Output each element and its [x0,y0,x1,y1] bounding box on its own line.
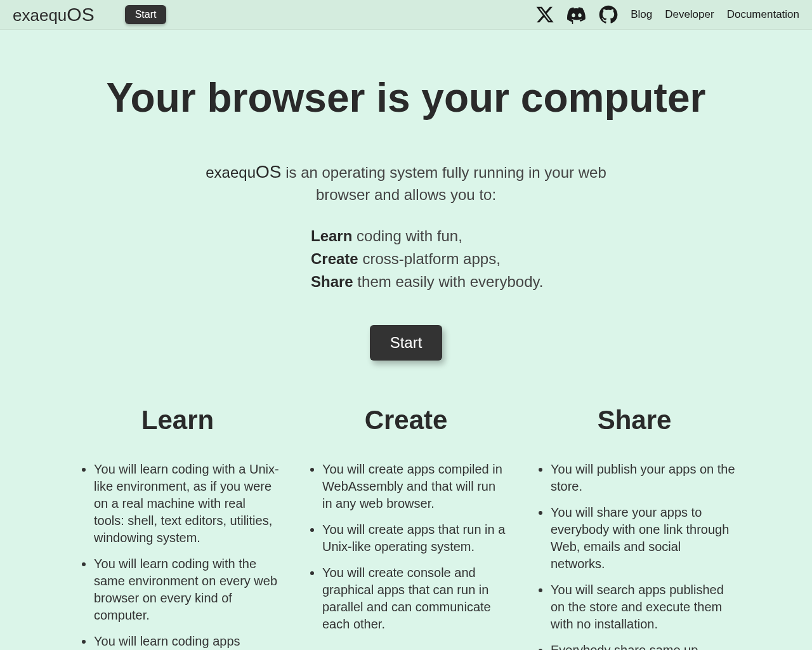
start-button-main[interactable]: Start [370,325,443,361]
column-create: Create You will create apps compiled in … [298,405,514,650]
nav-developer[interactable]: Developer [665,8,714,21]
header: exaequOS Start Blog Developer Documentat… [0,0,812,30]
column-share: Share You will publish your apps on the … [527,405,742,650]
list-item: You will learn coding with the same envi… [94,555,279,624]
list-item: You will learn coding apps [94,633,279,650]
header-nav: Blog Developer Documentation [535,5,799,24]
features-inline: Learn coding with fun, Create cross-plat… [247,225,565,293]
list-item: You will publish your apps on the store. [551,461,736,495]
github-icon[interactable] [599,5,618,24]
start-button-header[interactable]: Start [125,5,167,24]
list-item: You will search apps published on the st… [551,581,736,633]
column-learn: Learn You will learn coding with a Unix-… [70,405,285,650]
list-item: You will create apps compiled in WebAsse… [322,461,508,512]
main-content: Your browser is your computer exaequOS i… [0,30,812,650]
list-item: You will share your apps to everybody wi… [551,504,736,573]
discord-icon[interactable] [567,5,586,24]
column-create-title: Create [304,405,508,435]
list-item: Everybody share same up- [551,642,736,650]
nav-blog[interactable]: Blog [631,8,652,21]
hero-title: Your browser is your computer [25,74,787,121]
x-twitter-icon[interactable] [535,5,554,24]
columns: Learn You will learn coding with a Unix-… [70,405,742,650]
column-share-title: Share [533,405,736,435]
nav-documentation[interactable]: Documentation [727,8,799,21]
list-item: You will create apps that run in a Unix-… [322,521,508,555]
list-item: You will create console and graphical ap… [322,564,508,633]
list-item: You will learn coding with a Unix-like e… [94,461,279,547]
column-learn-title: Learn [76,405,279,435]
intro-text: exaequOS is an operating system fully ru… [184,159,628,206]
logo[interactable]: exaequOS [13,4,95,25]
